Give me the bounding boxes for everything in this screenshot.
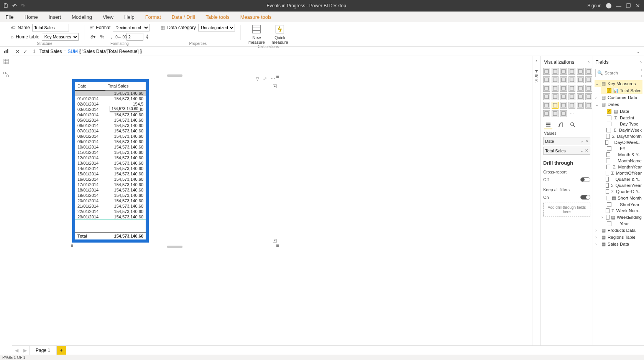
- visualizations-collapse-icon[interactable]: ›: [588, 59, 590, 65]
- viz-type-icon[interactable]: [577, 68, 584, 75]
- drill-through-drop[interactable]: Add drill-through fields here: [543, 203, 590, 216]
- fields-column-node[interactable]: ✓📊Total Sales: [601, 87, 642, 94]
- table-visual-frame[interactable]: ▽ ⤢ ⋯ Date Total Sales 154,573,140.6001/…: [72, 77, 278, 246]
- filters-pane-collapsed[interactable]: ‹ Filters: [532, 56, 540, 345]
- quick-measure-button[interactable]: Quickmeasure: [269, 24, 291, 45]
- field-checkbox[interactable]: [607, 122, 611, 126]
- viz-type-icon[interactable]: [552, 110, 559, 117]
- viz-type-icon[interactable]: [560, 102, 567, 109]
- minimize-icon[interactable]: ―: [616, 3, 621, 8]
- table-row[interactable]: 20/01/2014154,573,140.60: [75, 198, 146, 203]
- fields-table-node[interactable]: ›▦Regions Table: [595, 234, 642, 241]
- well-remove-icon[interactable]: ✕: [585, 148, 588, 153]
- viz-type-icon[interactable]: [552, 93, 559, 100]
- table-row[interactable]: 07/01/2014154,573,140.60: [75, 128, 146, 134]
- ribbon-tab[interactable]: Format: [140, 12, 166, 22]
- fields-tab-icon[interactable]: [544, 121, 552, 129]
- viz-type-icon[interactable]: [568, 102, 575, 109]
- table-row[interactable]: 12/01/2014154,573,140.60: [75, 155, 146, 160]
- viz-type-icon[interactable]: [585, 76, 592, 83]
- formula-cancel-icon[interactable]: ✕: [15, 48, 20, 54]
- report-view-icon[interactable]: [3, 48, 9, 55]
- fields-search-input[interactable]: [605, 71, 644, 75]
- fields-column-node[interactable]: Quarter & Y...: [601, 176, 642, 182]
- fields-column-node[interactable]: ΣMonthnYear: [601, 164, 642, 170]
- fields-column-node[interactable]: ✓▤Date: [601, 108, 642, 115]
- ribbon-tab[interactable]: Help: [119, 12, 140, 22]
- table-visual[interactable]: Date Total Sales 154,573,140.6001/01/201…: [72, 79, 149, 243]
- visual-scrollbar[interactable]: ▲ ▼: [273, 84, 277, 243]
- viz-type-icon[interactable]: [560, 68, 567, 75]
- col-header-total-sales[interactable]: Total Sales: [105, 82, 146, 90]
- viz-type-icon[interactable]: [543, 68, 550, 75]
- model-view-icon[interactable]: [2, 71, 10, 78]
- fields-column-node[interactable]: FY: [601, 145, 642, 152]
- cross-report-toggle[interactable]: [580, 177, 590, 182]
- viz-type-icon[interactable]: [577, 85, 584, 92]
- ribbon-tab[interactable]: Home: [19, 12, 43, 22]
- col-header-date[interactable]: Date: [75, 82, 105, 90]
- ribbon-tab[interactable]: Insert: [43, 12, 67, 22]
- page-tab-1[interactable]: Page 1: [29, 346, 57, 355]
- field-checkbox[interactable]: [606, 196, 610, 200]
- redo-icon[interactable]: ↷: [21, 3, 25, 8]
- data-category-select[interactable]: Uncategorized: [198, 24, 235, 31]
- fields-column-node[interactable]: ΣMonthOfYear: [601, 170, 642, 176]
- well-remove-icon[interactable]: ✕: [585, 139, 588, 144]
- well-dropdown-icon[interactable]: ⌄: [580, 148, 583, 153]
- viz-type-icon[interactable]: [552, 102, 559, 109]
- field-checkbox[interactable]: [607, 146, 611, 151]
- field-checkbox[interactable]: [606, 189, 609, 194]
- viz-type-icon[interactable]: [568, 68, 575, 75]
- table-row[interactable]: 14/01/2014154,573,140.60: [75, 166, 146, 171]
- fields-column-node[interactable]: DayOfWeek...: [601, 139, 642, 145]
- currency-button[interactable]: $▾: [90, 33, 97, 40]
- well-dropdown-icon[interactable]: ⌄: [580, 139, 583, 144]
- viz-type-icon[interactable]: [552, 68, 559, 75]
- viz-type-icon[interactable]: [543, 85, 550, 92]
- viz-type-icon[interactable]: [560, 85, 567, 92]
- page-next-icon[interactable]: ▶: [21, 346, 29, 355]
- resize-handle-bottom[interactable]: [167, 246, 182, 248]
- viz-type-icon[interactable]: [568, 85, 575, 92]
- table-row[interactable]: 01/01/2014154,573,140.60: [75, 96, 146, 101]
- table-row[interactable]: 18/01/2014154,573,140.60: [75, 187, 146, 193]
- scroll-up-icon[interactable]: ▲: [273, 84, 277, 88]
- table-row[interactable]: 06/01/2014154,573,140.60: [75, 123, 146, 128]
- viz-type-icon[interactable]: [543, 76, 550, 83]
- field-checkbox[interactable]: [606, 165, 611, 169]
- fields-column-node[interactable]: Year: [601, 221, 642, 227]
- maximize-icon[interactable]: ❐: [626, 3, 631, 8]
- viz-type-icon[interactable]: [585, 85, 592, 92]
- viz-type-icon[interactable]: [560, 110, 567, 117]
- field-checkbox[interactable]: [607, 202, 611, 207]
- ribbon-tab[interactable]: Modeling: [66, 12, 97, 22]
- fields-collapse-icon[interactable]: ›: [640, 59, 642, 65]
- table-row[interactable]: 11/01/2014154,573,140.60: [75, 150, 146, 155]
- viz-type-icon[interactable]: [568, 76, 575, 83]
- fields-column-node[interactable]: ›▤WeekEnding: [601, 214, 642, 221]
- formula-commit-icon[interactable]: ✓: [23, 48, 28, 54]
- fields-table-node[interactable]: ›▦Products Data: [595, 227, 642, 234]
- field-well-date[interactable]: Date ⌄✕: [543, 137, 590, 145]
- fields-table-node[interactable]: ⌄▦Dates: [595, 101, 642, 108]
- fields-table-node[interactable]: ›▦Sales Data: [595, 241, 642, 248]
- table-row[interactable]: 16/01/2014154,573,140.60: [75, 177, 146, 182]
- new-measure-button[interactable]: Newmeasure: [246, 24, 267, 45]
- formula-expand-icon[interactable]: ⌄: [632, 49, 644, 54]
- fields-search[interactable]: 🔍: [595, 69, 642, 77]
- ribbon-tab[interactable]: Data / Drill: [166, 12, 200, 22]
- table-row[interactable]: 19/01/2014154,573,140.60: [75, 193, 146, 198]
- undo-icon[interactable]: ↶: [12, 3, 17, 8]
- format-select[interactable]: Decimal number: [113, 24, 150, 31]
- file-tab[interactable]: File: [0, 12, 19, 22]
- ribbon-tab[interactable]: Table tools: [200, 12, 235, 22]
- field-checkbox[interactable]: [606, 134, 610, 139]
- table-row[interactable]: 23/01/2014154,573,140.60: [75, 214, 146, 220]
- decimals-input[interactable]: [127, 33, 143, 41]
- field-checkbox[interactable]: [606, 159, 610, 163]
- thousands-button[interactable]: ,: [108, 33, 115, 40]
- analytics-tab-icon[interactable]: [568, 121, 577, 129]
- fields-column-node[interactable]: ΣQuarternYear: [601, 182, 642, 188]
- home-table-select[interactable]: Key Measures: [42, 33, 79, 41]
